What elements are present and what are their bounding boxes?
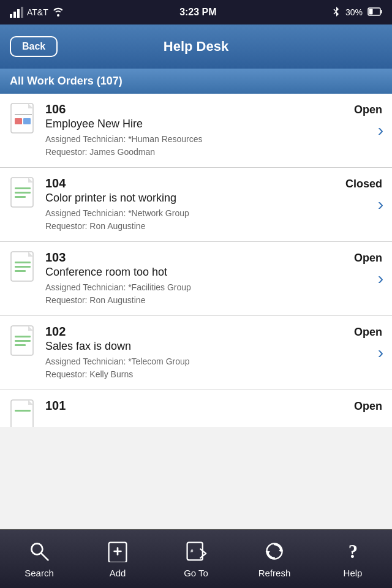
work-order-status: Open <box>354 252 382 265</box>
chevron-right-icon: › <box>378 269 383 288</box>
svg-rect-2 <box>381 10 382 13</box>
work-order-content: 102 Open Sales fax is down Assigned Tech… <box>45 325 382 381</box>
header: Back Help Desk <box>0 24 392 69</box>
svg-rect-22 <box>15 344 26 346</box>
chevron-right-icon: › <box>378 195 383 214</box>
work-order-id: 104 <box>45 176 66 190</box>
svg-rect-21 <box>15 340 31 342</box>
work-order-id: 101 <box>45 399 66 413</box>
table-row[interactable]: 106 Open Employee New Hire Assigned Tech… <box>0 94 392 168</box>
svg-rect-16 <box>15 266 31 268</box>
document-icon <box>10 102 37 134</box>
work-order-content: 106 Open Employee New Hire Assigned Tech… <box>45 102 382 159</box>
signal-bars <box>10 7 23 18</box>
work-order-content: 103 Open Conference room too hot Assigne… <box>45 251 382 307</box>
svg-rect-20 <box>15 336 31 337</box>
work-order-meta: Assigned Technician: *Facilities Group R… <box>45 281 382 307</box>
work-order-status: Open <box>354 326 382 339</box>
table-row[interactable]: 103 Open Conference room too hot Assigne… <box>0 242 392 316</box>
add-icon <box>107 540 129 565</box>
work-order-status: Open <box>354 104 382 116</box>
work-order-id: 103 <box>45 251 66 265</box>
add-label: Add <box>110 568 126 578</box>
svg-text:#: # <box>190 548 194 553</box>
svg-rect-25 <box>15 410 31 412</box>
document-icon <box>10 251 37 282</box>
status-right: 30% <box>332 6 382 19</box>
work-order-status: Closed <box>345 178 382 190</box>
chevron-right-icon: › <box>378 343 383 363</box>
svg-rect-7 <box>23 118 31 124</box>
svg-rect-6 <box>15 118 22 124</box>
svg-rect-15 <box>15 262 31 263</box>
document-icon <box>10 325 37 356</box>
status-time: 3:23 PM <box>179 7 216 18</box>
svg-rect-1 <box>369 9 373 14</box>
refresh-label: Refresh <box>258 568 291 578</box>
table-row[interactable]: 104 Closed Color printer is not working … <box>0 168 392 242</box>
carrier-label: AT&T <box>27 7 48 17</box>
toolbar-help-button[interactable]: ? Help <box>316 540 390 578</box>
work-order-title: Conference room too hot <box>45 266 382 279</box>
status-bar: AT&T 3:23 PM 30% <box>0 0 392 24</box>
work-order-list: 106 Open Employee New Hire Assigned Tech… <box>0 94 392 529</box>
goto-label: Go To <box>184 568 208 578</box>
svg-text:?: ? <box>349 541 358 562</box>
section-header: All Work Orders (107) <box>0 69 392 94</box>
svg-rect-17 <box>15 270 26 272</box>
status-left: AT&T <box>10 7 64 18</box>
work-order-id: 102 <box>45 325 66 339</box>
section-header-label: All Work Orders (107) <box>10 75 123 87</box>
toolbar-goto-button[interactable]: # Go To <box>159 540 233 578</box>
work-order-meta: Assigned Technician: *Human Resources Re… <box>45 133 382 159</box>
battery-icon <box>368 7 382 18</box>
svg-rect-12 <box>15 196 26 198</box>
search-icon <box>28 540 50 565</box>
toolbar-add-button[interactable]: Add <box>81 540 154 578</box>
page-title: Help Desk <box>164 39 228 55</box>
toolbar: Search Add # Go To <box>0 529 392 588</box>
document-icon <box>10 399 37 427</box>
goto-icon: # <box>185 540 207 565</box>
svg-rect-11 <box>15 192 31 194</box>
work-order-content: 101 Open <box>45 399 382 414</box>
work-order-meta: Assigned Technician: *Telecom Group Requ… <box>45 355 382 381</box>
chevron-right-icon: › <box>378 121 383 140</box>
bluetooth-icon <box>332 6 341 19</box>
battery-label: 30% <box>345 7 363 17</box>
help-label: Help <box>344 568 363 578</box>
toolbar-search-button[interactable]: Search <box>2 540 76 578</box>
work-order-meta: Assigned Technician: *Network Group Requ… <box>45 207 382 233</box>
svg-rect-10 <box>15 187 31 189</box>
table-row[interactable]: 102 Open Sales fax is down Assigned Tech… <box>0 316 392 390</box>
document-icon <box>10 176 37 208</box>
work-order-status: Open <box>354 400 382 413</box>
work-order-content: 104 Closed Color printer is not working … <box>45 176 382 233</box>
back-button[interactable]: Back <box>10 36 58 57</box>
wifi-icon <box>52 7 64 18</box>
work-order-title: Sales fax is down <box>45 340 382 353</box>
work-order-title: Color printer is not working <box>45 192 382 205</box>
toolbar-refresh-button[interactable]: Refresh <box>238 540 311 578</box>
table-row[interactable]: 101 Open <box>0 390 392 427</box>
search-label: Search <box>24 568 54 578</box>
work-order-title: Employee New Hire <box>45 118 382 130</box>
work-order-id: 106 <box>45 102 66 116</box>
help-icon: ? <box>342 540 364 565</box>
refresh-icon <box>263 540 285 565</box>
svg-line-27 <box>42 553 48 560</box>
